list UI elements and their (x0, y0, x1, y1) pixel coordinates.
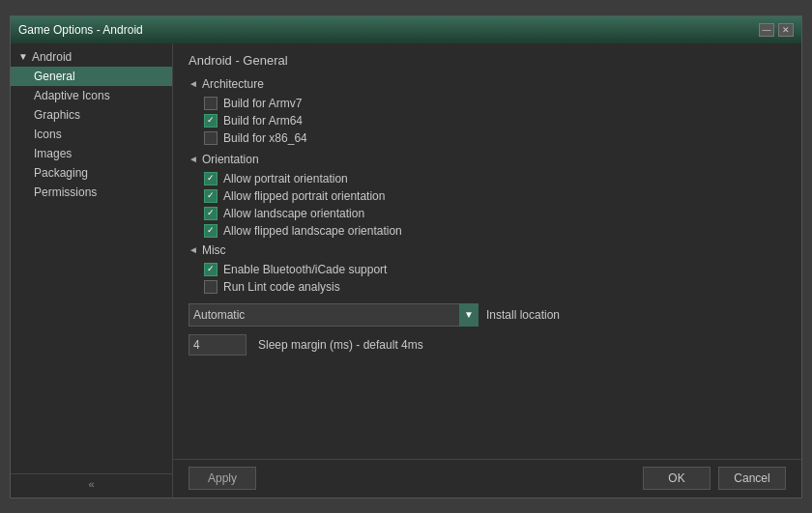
dialog-footer: Apply OK Cancel (173, 459, 801, 498)
portrait-label: Allow portrait orientation (223, 172, 348, 185)
title-bar: Game Options - Android — ✕ (11, 16, 801, 43)
armv7-label: Build for Armv7 (223, 97, 302, 110)
install-location-label: Install location (486, 308, 560, 322)
title-bar-controls: — ✕ (759, 23, 794, 37)
sidebar-collapse-button[interactable]: « (11, 473, 172, 494)
sidebar-item-images[interactable]: Images (11, 144, 172, 163)
minimize-button[interactable]: — (759, 23, 774, 37)
install-location-row: Automatic ▼ Install location (188, 303, 786, 327)
sleep-margin-row: Sleep margin (ms) - default 4ms (188, 334, 786, 356)
main-content: Android - General ◄ Architecture Build f… (173, 43, 801, 498)
ok-button[interactable]: OK (643, 467, 710, 490)
apply-button[interactable]: Apply (188, 467, 256, 490)
orientation-arrow: ◄ (188, 154, 198, 164)
landscape-row: Allow landscape orientation (204, 207, 786, 220)
landscape-checkbox[interactable] (204, 207, 218, 220)
armv7-row: Build for Armv7 (204, 97, 786, 110)
android-arrow: ▼ (18, 51, 28, 62)
sleep-margin-label: Sleep margin (ms) - default 4ms (258, 338, 423, 352)
flipped-portrait-row: Allow flipped portrait orientation (204, 189, 786, 203)
arm64-row: Build for Arm64 (204, 114, 786, 128)
sidebar-section-android[interactable]: ▼ Android (11, 47, 172, 67)
misc-label: Misc (202, 243, 226, 257)
lint-checkbox[interactable] (204, 280, 218, 294)
dialog-body: ▼ Android General Adaptive Icons Graphic… (11, 43, 801, 498)
bluetooth-checkbox[interactable] (204, 263, 218, 276)
bluetooth-row: Enable Bluetooth/iCade support (204, 263, 786, 276)
game-options-dialog: Game Options - Android — ✕ ▼ Android Gen… (10, 15, 802, 499)
sidebar-item-general[interactable]: General (11, 67, 172, 86)
architecture-arrow: ◄ (188, 78, 198, 89)
footer-right: OK Cancel (643, 467, 786, 490)
sidebar-item-images-label: Images (34, 147, 72, 160)
arm64-label: Build for Arm64 (223, 114, 303, 128)
flipped-landscape-checkbox[interactable] (204, 224, 218, 238)
armv7-checkbox[interactable] (204, 97, 218, 110)
portrait-checkbox[interactable] (204, 172, 218, 185)
x86-checkbox[interactable] (204, 131, 218, 145)
flipped-landscape-row: Allow flipped landscape orientation (204, 224, 786, 238)
install-location-dropdown[interactable]: Automatic (188, 303, 478, 327)
sidebar: ▼ Android General Adaptive Icons Graphic… (11, 43, 173, 498)
x86-row: Build for x86_64 (204, 131, 786, 145)
cancel-button[interactable]: Cancel (718, 467, 786, 490)
x86-label: Build for x86_64 (223, 131, 307, 145)
sidebar-item-permissions[interactable]: Permissions (11, 183, 172, 202)
bluetooth-label: Enable Bluetooth/iCade support (223, 263, 387, 276)
misc-section-header[interactable]: ◄ Misc (188, 243, 786, 257)
flipped-landscape-label: Allow flipped landscape orientation (223, 224, 402, 238)
sidebar-item-adaptive-icons-label: Adaptive Icons (34, 89, 110, 102)
sidebar-item-packaging-label: Packaging (34, 166, 88, 180)
sidebar-item-graphics[interactable]: Graphics (11, 105, 172, 125)
lint-label: Run Lint code analysis (223, 280, 340, 294)
close-button[interactable]: ✕ (778, 23, 794, 37)
sidebar-item-icons-label: Icons (34, 128, 62, 141)
orientation-label: Orientation (202, 153, 259, 166)
lint-row: Run Lint code analysis (204, 280, 786, 294)
flipped-portrait-label: Allow flipped portrait orientation (223, 189, 385, 203)
architecture-label: Architecture (202, 77, 264, 91)
arm64-checkbox[interactable] (204, 114, 218, 128)
flipped-portrait-checkbox[interactable] (204, 189, 218, 203)
sidebar-section-android-label: Android (32, 50, 72, 64)
content-area: Android - General ◄ Architecture Build f… (173, 43, 801, 459)
architecture-section-header[interactable]: ◄ Architecture (188, 77, 786, 91)
sidebar-item-general-label: General (34, 70, 75, 83)
install-location-dropdown-wrapper: Automatic ▼ (188, 303, 478, 327)
sleep-margin-input[interactable] (188, 334, 246, 356)
sidebar-item-packaging[interactable]: Packaging (11, 163, 172, 183)
misc-arrow: ◄ (188, 244, 198, 255)
portrait-row: Allow portrait orientation (204, 172, 786, 185)
footer-left: Apply (188, 467, 256, 490)
sidebar-item-graphics-label: Graphics (34, 108, 80, 122)
content-title: Android - General (188, 53, 786, 68)
orientation-section-header[interactable]: ◄ Orientation (188, 153, 786, 166)
dialog-title: Game Options - Android (18, 23, 143, 37)
sidebar-item-permissions-label: Permissions (34, 185, 97, 199)
landscape-label: Allow landscape orientation (223, 207, 364, 220)
sidebar-item-adaptive-icons[interactable]: Adaptive Icons (11, 86, 172, 105)
sidebar-item-icons[interactable]: Icons (11, 125, 172, 144)
